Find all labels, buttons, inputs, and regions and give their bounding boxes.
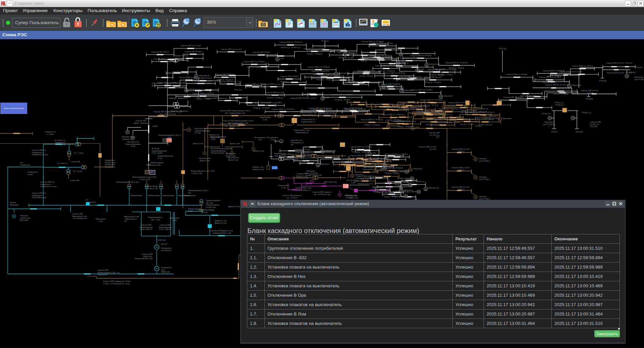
svg-text:Т2 - 2 секц: Т2 - 2 секц: [73, 170, 82, 172]
svg-text:Гидроприбор2 сек: Гидроприбор2 сек: [260, 116, 271, 121]
svg-text:Марышкино 2 сек- Марышкино 1се: Марышкино 2 сек- Марышкино 1сек: [124, 216, 139, 222]
svg-text:отп: отп: [464, 105, 466, 107]
svg-text:Нагрузка узл: Нагрузка узл: [189, 88, 200, 90]
svg-text:Участок ЛЭПЛомоносовская2 СШ -: Участок ЛЭПЛомоносовская2 СШ - ЮЗ ОС: [140, 224, 153, 230]
svg-text:Участок ЛЭПМарышкино 1 сек- от: Участок ЛЭПМарышкино 1 сек- отп Универси…: [72, 213, 87, 219]
svg-text:ТП 49.19 - ТП 59.91: ТП 49.19 - ТП 59.91: [425, 81, 441, 83]
svg-text:Участок ЛЭП отп ТП 68.0: Участок ЛЭП отп ТП 68.0: [506, 73, 528, 75]
svg-text:Нагрузка узл: Нагрузка узл: [478, 108, 488, 110]
svg-text:Участок ЛЭП опч ТП 45.18: Участок ЛЭП опч ТП 45.18: [370, 56, 392, 58]
svg-text:Марышкино1 сек: Марышкино1 сек: [96, 218, 106, 222]
svg-text:Участок ЛЭП опч ТП 83.0: Участок ЛЭП опч ТП 83.0: [332, 94, 353, 96]
svg-text:Дамба 3.2 сек: Дамба 3.2 сек: [228, 206, 240, 208]
svg-text:1 секц 6 кВ: 1 секц 6 кВ: [70, 161, 80, 163]
svg-text:Нагрузка узлеПетродворец, 2сек: Нагрузка узлеПетродворец, 2сек: [291, 139, 304, 146]
svg-text:Участок ЛЭП Ломоносовская 2 се: Участок ЛЭП Ломоносовская 2 сек 1СШ - Ги…: [219, 110, 250, 114]
svg-text:Гидроприбор 2 сек- Гидроприбор: Гидроприбор 2 сек- Гидроприбор 2 с: [301, 111, 317, 116]
svg-text:Нагрузка в: Нагрузка в: [572, 84, 581, 86]
svg-text:Участок ЛЭП опч ТП 83.0: Участок ЛЭП опч ТП 83.0: [243, 61, 264, 63]
svg-text:Участок ЛЭП Нижино 1сек - ЗТП: Участок ЛЭП Нижино 1сек - ЗТП 8.32 2 сек: [312, 191, 332, 195]
svg-text:Участок ЛЭП отп опч 14.7: Участок ЛЭП отп опч 14.7: [263, 83, 284, 85]
svg-text:узле: узле: [420, 68, 424, 70]
svg-text:ТП 57.97 - опч 10.6: ТП 57.97 - опч 10.6: [426, 124, 442, 126]
svg-text:Участок ЛЭП ТП 58.69: Участок ЛЭП ТП 58.69: [367, 54, 386, 56]
svg-text:Участок ЛЭП отп ТП 58.03: Участок ЛЭП отп ТП 58.03: [361, 119, 383, 121]
svg-text:Броня 1 сек: Броня 1 сек: [230, 142, 240, 144]
svg-text:Участок ЛЭП ТП 96.3.9: Участок ЛЭП ТП 96.3.9: [399, 102, 419, 104]
svg-text:узле: узле: [325, 97, 329, 99]
svg-text:Генерация вузлеЛАЭС-110: Генерация вузлеЛАЭС-110: [161, 267, 171, 273]
svg-text:Нагрузка узлаЗТП 83.2 2 сек: Нагрузка узлаЗТП 83.2 2 сек: [346, 194, 358, 199]
svg-text:Гидроприбор 1 сек -Гидроприбор: Гидроприбор 1 сек -Гидроприбор 1 с: [295, 187, 312, 191]
svg-text:Ломоносовская: Ломоносовская: [162, 194, 174, 196]
svg-text:Ломоносовская: Ломоносовская: [130, 194, 142, 196]
svg-text:Гидроприбор 2: Гидроприбор 2: [319, 150, 332, 152]
svg-text:Ломоносовская 1СШ - 2 СШ: Ломоносовская 1СШ - 2 СШ: [148, 216, 162, 221]
svg-text:Участок ЛЭП опч ТП 68.0: Участок ЛЭП опч ТП 68.0: [386, 153, 407, 155]
svg-text:Ломоносовская 6кВ 3 секЛомонос: Ломоносовская 6кВ 3 секЛомоносовскаяв 6 …: [206, 199, 220, 208]
svg-text:Нагрузка в: Нагрузка в: [502, 117, 511, 119]
svg-text:ТП 49.19 - ТП 82.6: ТП 49.19 - ТП 82.6: [335, 99, 350, 101]
svg-text:Нагрузкаузле ТП 81.3: Нагрузкаузле ТП 81.3: [479, 176, 490, 180]
svg-text:ТП 57.97 - ТП 83.0: ТП 57.97 - ТП 83.0: [316, 79, 332, 81]
svg-text:ЮЗ ОС: ЮЗ ОС: [161, 243, 167, 245]
svg-text:ТП 80.1: ТП 80.1: [630, 71, 636, 73]
svg-text:Участок ЛЭП отп ТП 58.03: Участок ЛЭП отп ТП 58.03: [303, 48, 326, 50]
svg-text:M: M: [400, 187, 402, 189]
svg-text:Нагрузкаузла Русско-Высоцкая: Нагрузкаузла Русско-Высоцкая: [20, 215, 31, 221]
svg-text:Участок ЛЭП отп опч 10.6: Участок ЛЭП отп опч 10.6: [539, 76, 560, 78]
svg-text:M: M: [311, 180, 313, 182]
svg-text:Участок ЛЭП ТП 61.9: Участок ЛЭП ТП 61.9: [357, 70, 375, 72]
svg-text:Участок ЛЭП опч ТП 68.0: Участок ЛЭП опч ТП 68.0: [410, 55, 431, 57]
svg-text:Участок ЛЭП опч ТП 61.9: Участок ЛЭП опч ТП 61.9: [192, 93, 213, 95]
svg-text:Участок ЛЭП Университет 35 кВ: Участок ЛЭП Университет 35 кВ 2секц - Бр…: [154, 111, 182, 115]
svg-text:M: M: [335, 73, 337, 75]
svg-text:Участок ЛЭП опч ТП 58.03: Участок ЛЭП опч ТП 58.03: [416, 110, 439, 112]
svg-text:ТП 83.1: ТП 83.1: [551, 131, 557, 133]
svg-text:Участок ЛЭП отп ТП 96.3.9: Участок ЛЭП отп ТП 96.3.9: [279, 41, 302, 43]
svg-text:Участок ЛЭП ТП 96.3.9: Участок ЛЭП ТП 96.3.9: [300, 160, 320, 162]
svg-text:Ломоносовская 1 секц 1СШ: Ломоносовская 1 секц 1СШ: [188, 189, 208, 194]
svg-text:ТП 6.73.1: ТП 6.73.1: [234, 89, 242, 91]
svg-text:Участок ЛЭП ТП 58.69: Участок ЛЭП ТП 58.69: [381, 83, 400, 85]
svg-text:ТП 70.0 - ТП 96.3.9: ТП 70.0 - ТП 96.3.9: [267, 97, 283, 99]
svg-text:Университет2 секц: Университет2 секц: [28, 171, 38, 175]
svg-text:ТП 82.3: ТП 82.3: [475, 125, 482, 127]
svg-text:M: M: [568, 85, 570, 87]
svg-text:Участок ЛЭП отп 9.2 -отп 9.4: Участок ЛЭП отп 9.2 -отп 9.4: [581, 90, 599, 94]
svg-text:ТП 80.9: ТП 80.9: [404, 191, 410, 193]
svg-text:отпУниверситет: отпУниверситет: [20, 162, 31, 166]
svg-text:Участок ЛЭП опч опч 9.2: Участок ЛЭП опч опч 9.2: [221, 48, 242, 50]
svg-text:Нагрузка узлаОраниенбаумская2: Нагрузка узлаОраниенбаумская2 СШ: [125, 141, 141, 147]
svg-text:Участок ЛЭП отп ТП 96.3.9: Участок ЛЭП отп ТП 96.3.9: [319, 74, 341, 76]
svg-text:опч 9.2 - ТП 66.1: опч 9.2 - ТП 66.1: [460, 123, 474, 125]
svg-text:ТП 87.4.1 с - ТП 87.4.1 с: ТП 87.4.1 с - ТП 87.4.1 с: [399, 107, 419, 109]
svg-text:Нагрузка в: Нагрузка в: [320, 163, 330, 165]
svg-text:Нагрузка в: Нагрузка в: [348, 52, 357, 54]
svg-text:Нагрузка вузле ТП 8.33: Нагрузка вузле ТП 8.33: [489, 115, 499, 119]
svg-text:M: M: [13, 215, 15, 217]
svg-text:Участок ЛЭП отп ТП 58.03: Участок ЛЭП отп ТП 58.03: [307, 66, 330, 68]
svg-text:M: M: [188, 129, 190, 131]
svg-text:M: M: [339, 194, 341, 196]
svg-text:ТП 80.9: ТП 80.9: [395, 184, 401, 186]
svg-text:M: M: [425, 188, 427, 190]
svg-text:M: M: [549, 117, 551, 119]
svg-text:Участок ЛЭП ТП 45.18: Участок ЛЭП ТП 45.18: [503, 96, 522, 98]
svg-text:Ломоносовская 2 секц 2 СШ- 1 с: Ломоносовская 2 секц 2 СШ- 1 секц 2 СШ: [133, 176, 156, 180]
svg-text:Участок ЛЭП ТП 61.9: Участок ЛЭП ТП 61.9: [427, 68, 445, 70]
svg-text:Нагрузка узлаИрмионо 2с: Нагрузка узлаИрмионо 2с: [121, 136, 133, 140]
svg-text:Участок ЛЭПЛАЭС-110 -Ломоносов: Участок ЛЭПЛАЭС-110 -Ломоносовская 2 СШ: [135, 253, 153, 259]
svg-text:Ломоносовская: Ломоносовская: [184, 194, 196, 196]
svg-text:каб РП: каб РП: [381, 168, 387, 170]
svg-text:Участок ЛЭПДубки - Ирмионо: Участок ЛЭПДубки - Ирмионо: [134, 120, 148, 124]
svg-text:Участок ЛЭП отпУниверситет -Ун: Участок ЛЭП отпУниверситет -Университет …: [40, 181, 57, 187]
svg-text:узле: узле: [372, 152, 376, 154]
svg-text:Нижино 2 сек: Нижино 2 сек: [253, 150, 264, 152]
svg-text:Участок ЛЭПЛомоносовская 1 СШ: Участок ЛЭПЛомоносовская 1 СШ - отпУниве…: [97, 269, 120, 276]
svg-text:ЛАЭС-110: ЛАЭС-110: [158, 239, 166, 241]
svg-text:Участок ЛЭП опч ТП 59.91: Участок ЛЭП опч ТП 59.91: [165, 82, 187, 84]
svg-text:Нижино 2 сек -Нижино 2 сек: Нижино 2 сек -Нижино 2 сек: [274, 153, 287, 157]
svg-text:ТП 66.1 - ТП 58.03: ТП 66.1 - ТП 58.03: [307, 53, 322, 55]
svg-text:Участок ЛЭП ТП 57.97: Участок ЛЭП ТП 57.97: [193, 77, 212, 79]
